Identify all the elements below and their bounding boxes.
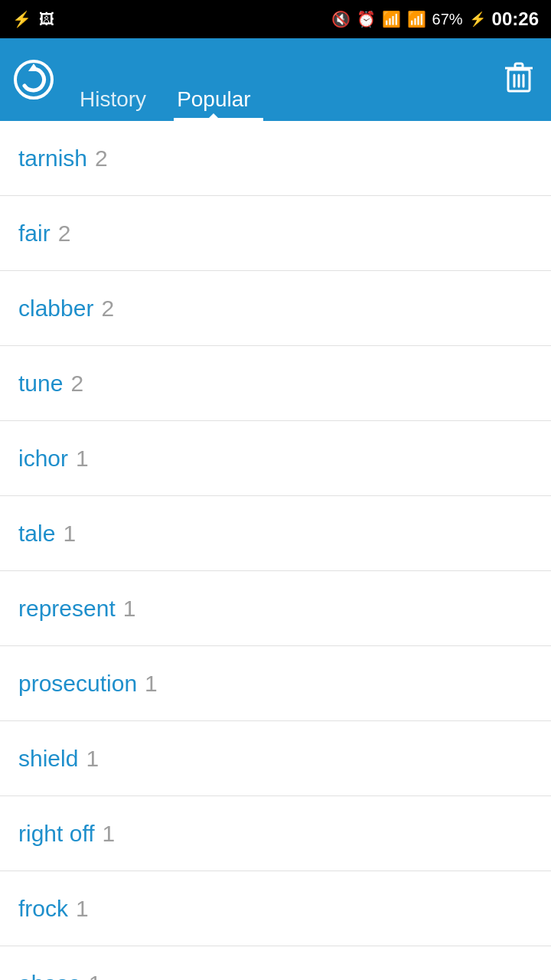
app-bar: History Popular	[0, 38, 551, 121]
word-label: right off	[18, 821, 95, 847]
word-count: 2	[70, 371, 83, 397]
status-right-icons: 🔇 ⏰ 📶 📶 67% ⚡ 00:26	[331, 8, 539, 30]
word-count: 2	[101, 296, 114, 322]
list-item[interactable]: tale1	[0, 496, 551, 571]
list-item[interactable]: fair2	[0, 196, 551, 271]
word-count: 2	[95, 145, 108, 172]
word-count: 1	[76, 446, 89, 472]
list-item[interactable]: represent1	[0, 571, 551, 646]
svg-marker-1	[28, 64, 39, 71]
word-label: frock	[18, 896, 68, 922]
list-item[interactable]: tune2	[0, 346, 551, 421]
list-item[interactable]: abase1	[0, 946, 551, 980]
list-item[interactable]: right off1	[0, 796, 551, 871]
delete-button[interactable]	[499, 56, 539, 104]
word-label: fair	[18, 220, 51, 247]
word-label: ichor	[18, 446, 68, 472]
wifi-icon: 📶	[382, 10, 401, 28]
word-label: tarnish	[18, 145, 87, 172]
word-label: abase	[18, 971, 81, 981]
word-count: 1	[145, 671, 158, 697]
word-label: tune	[18, 371, 63, 397]
tab-history[interactable]: History	[64, 38, 161, 121]
usb-icon: ⚡	[12, 10, 31, 28]
app-logo	[12, 58, 55, 101]
status-time: 00:26	[492, 8, 539, 30]
battery-percentage: 67%	[432, 11, 463, 28]
word-count: 1	[89, 971, 102, 981]
mute-icon: 🔇	[331, 10, 350, 28]
list-item[interactable]: prosecution1	[0, 646, 551, 721]
signal-icon: 📶	[407, 10, 426, 28]
word-label: represent	[18, 596, 116, 622]
word-label: prosecution	[18, 671, 137, 697]
list-item[interactable]: shield1	[0, 721, 551, 796]
nav-tabs: History Popular	[64, 38, 499, 121]
svg-rect-4	[515, 64, 523, 68]
word-count: 1	[76, 896, 89, 922]
alarm-icon: ⏰	[357, 10, 376, 28]
list-item[interactable]: frock1	[0, 871, 551, 946]
list-item[interactable]: clabber2	[0, 271, 551, 346]
word-label: clabber	[18, 296, 93, 322]
status-left-icons: ⚡ 🖼	[12, 10, 54, 28]
tab-popular[interactable]: Popular	[161, 38, 266, 121]
battery-charging-icon: ⚡	[469, 11, 486, 28]
list-item[interactable]: ichor1	[0, 421, 551, 496]
word-count: 1	[103, 821, 116, 847]
word-list: tarnish2fair2clabber2tune2ichor1tale1rep…	[0, 121, 551, 980]
list-item[interactable]: tarnish2	[0, 121, 551, 196]
word-count: 2	[58, 220, 71, 247]
word-label: tale	[18, 521, 55, 547]
word-count: 1	[63, 521, 76, 547]
word-label: shield	[18, 746, 78, 772]
image-icon: 🖼	[39, 11, 54, 28]
status-bar: ⚡ 🖼 🔇 ⏰ 📶 📶 67% ⚡ 00:26	[0, 0, 551, 38]
word-count: 1	[86, 746, 99, 772]
word-count: 1	[123, 596, 136, 622]
